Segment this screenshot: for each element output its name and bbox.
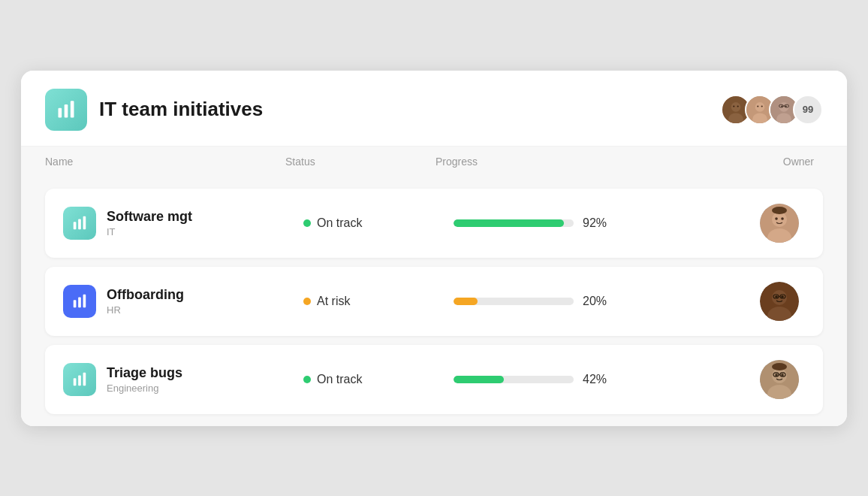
svg-rect-21 xyxy=(74,222,77,229)
name-cell: Offboarding HR xyxy=(63,285,303,318)
item-name: Triage bugs xyxy=(107,365,182,381)
svg-rect-22 xyxy=(78,219,81,229)
header-right: 99 xyxy=(721,95,823,125)
svg-rect-30 xyxy=(74,300,77,307)
table-row[interactable]: Triage bugs Engineering On track 42% xyxy=(45,345,823,414)
status-cell: At risk xyxy=(303,295,454,308)
item-name: Offboarding xyxy=(107,287,184,303)
header: IT team initiatives xyxy=(21,71,847,147)
bar-chart-icon xyxy=(71,293,88,310)
header-left: IT team initiatives xyxy=(45,89,263,131)
status-dot-green xyxy=(303,376,311,383)
owner-avatar xyxy=(760,360,799,399)
col-progress: Progress xyxy=(436,156,646,168)
progress-bar-bg xyxy=(454,376,574,383)
svg-rect-23 xyxy=(83,216,86,228)
name-cell: Software mgt IT xyxy=(63,207,303,240)
svg-point-36 xyxy=(775,295,778,298)
owner-cell xyxy=(664,360,805,399)
main-card: IT team initiatives xyxy=(21,71,847,426)
status-cell: On track xyxy=(303,373,454,386)
progress-bar-bg xyxy=(454,298,574,305)
status-dot-green xyxy=(303,219,311,227)
progress-pct: 92% xyxy=(583,216,613,230)
item-department: Engineering xyxy=(107,383,182,394)
svg-rect-32 xyxy=(83,294,86,307)
owner-face-1 xyxy=(760,204,799,243)
svg-point-52 xyxy=(772,363,787,370)
svg-point-29 xyxy=(772,207,787,214)
item-name: Software mgt xyxy=(107,209,192,225)
svg-rect-1 xyxy=(65,104,68,118)
svg-rect-41 xyxy=(74,378,77,386)
avatar-count[interactable]: 99 xyxy=(793,95,823,125)
progress-cell: 20% xyxy=(454,295,664,308)
svg-point-11 xyxy=(757,105,758,107)
svg-rect-31 xyxy=(78,297,81,307)
bar-chart-icon xyxy=(71,371,88,388)
name-text: Offboarding HR xyxy=(107,287,184,316)
svg-point-9 xyxy=(755,102,765,112)
status-label: At risk xyxy=(317,295,350,308)
svg-point-28 xyxy=(781,217,784,220)
progress-pct: 20% xyxy=(583,295,613,308)
name-text: Triage bugs Engineering xyxy=(107,365,182,394)
table-row[interactable]: Software mgt IT On track 92% xyxy=(45,189,823,258)
svg-point-14 xyxy=(779,102,789,112)
progress-cell: 92% xyxy=(454,216,664,230)
bar-chart-icon xyxy=(56,99,77,120)
svg-rect-42 xyxy=(78,375,81,386)
name-cell: Triage bugs Engineering xyxy=(63,363,303,396)
item-department: IT xyxy=(107,226,192,237)
table-header: Name Status Progress Owner xyxy=(21,147,847,177)
row-icon-software-mgt xyxy=(63,207,96,240)
bar-chart-icon xyxy=(71,215,88,231)
owner-face-3 xyxy=(760,360,799,399)
svg-point-12 xyxy=(761,105,763,107)
owner-face-2 xyxy=(760,282,799,321)
svg-point-7 xyxy=(737,105,739,107)
progress-pct: 42% xyxy=(583,373,613,386)
avatar-group: 99 xyxy=(721,95,823,125)
owner-avatar xyxy=(760,204,799,243)
row-icon-triage-bugs xyxy=(63,363,96,396)
app-icon xyxy=(45,89,87,131)
svg-point-4 xyxy=(731,102,741,112)
svg-rect-0 xyxy=(59,107,62,117)
svg-point-6 xyxy=(733,105,734,107)
progress-bar-bg xyxy=(454,219,574,227)
col-owner: Owner xyxy=(646,156,823,168)
owner-cell xyxy=(664,204,805,243)
col-status: Status xyxy=(285,156,436,168)
svg-point-27 xyxy=(775,217,778,220)
svg-rect-2 xyxy=(71,101,74,117)
table-row[interactable]: Offboarding HR At risk 20% xyxy=(45,267,823,336)
progress-bar-fill xyxy=(454,298,478,305)
progress-bar-fill xyxy=(454,376,504,383)
col-name: Name xyxy=(45,156,285,168)
progress-bar-fill xyxy=(454,219,564,227)
item-department: HR xyxy=(107,304,184,316)
status-label: On track xyxy=(317,216,362,230)
table-body: Software mgt IT On track 92% xyxy=(21,177,847,426)
status-label: On track xyxy=(317,373,362,386)
row-icon-offboarding xyxy=(63,285,96,318)
page-title: IT team initiatives xyxy=(99,98,263,121)
owner-cell xyxy=(664,282,805,321)
progress-cell: 42% xyxy=(454,373,664,386)
owner-avatar xyxy=(760,282,799,321)
status-cell: On track xyxy=(303,216,454,230)
status-dot-yellow xyxy=(303,298,311,305)
svg-rect-43 xyxy=(83,372,86,385)
name-text: Software mgt IT xyxy=(107,209,192,237)
